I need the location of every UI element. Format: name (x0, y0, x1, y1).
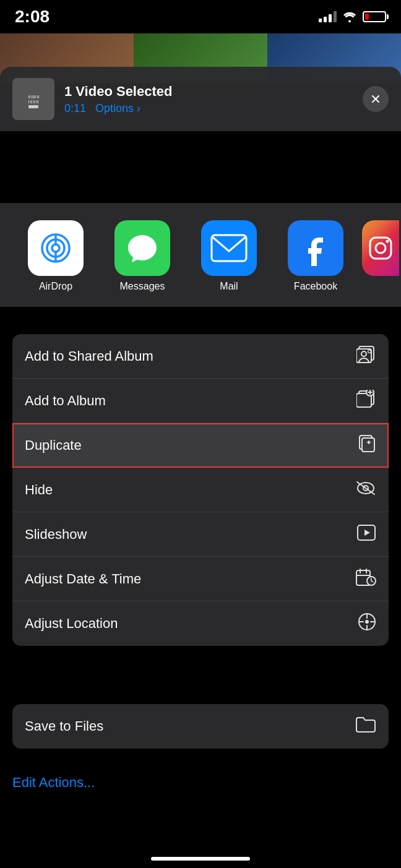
mail-label: Mail (220, 281, 238, 292)
menu-item-add-shared-album[interactable]: Add to Shared Album (12, 334, 389, 379)
facebook-app-icon (288, 220, 343, 276)
duplicate-label: Duplicate (25, 437, 82, 453)
status-time: 2:08 (15, 7, 50, 27)
airdrop-icon (38, 231, 73, 265)
status-bar: 2:08 (0, 0, 401, 33)
menu-item-slideshow[interactable]: Slideshow (12, 512, 389, 557)
wifi-icon (343, 12, 356, 22)
menu-item-adjust-location[interactable]: Adjust Location (12, 601, 389, 646)
mail-app-icon (201, 220, 257, 276)
adjust-date-time-label: Adjust Date & Time (25, 571, 141, 587)
edit-actions-label[interactable]: Edit Actions... (12, 775, 95, 790)
adjust-location-label: Adjust Location (25, 616, 118, 632)
home-indicator (151, 857, 250, 861)
airdrop-label: AirDrop (39, 281, 72, 292)
preview-subtitle: 0:11 Options › (64, 102, 353, 115)
facebook-icon (306, 230, 326, 266)
app-icon-messages[interactable]: Messages (99, 220, 186, 292)
menu-item-adjust-date-time[interactable]: Adjust Date & Time (12, 557, 389, 601)
signal-bars-icon (319, 11, 337, 22)
menu-item-hide[interactable]: Hide (12, 468, 389, 512)
preview-header: 1 Video Selected 0:11 Options › (0, 67, 401, 131)
facebook-label: Facebook (294, 281, 337, 292)
status-icons (319, 11, 386, 22)
svg-point-33 (365, 620, 369, 624)
folder-icon (355, 716, 376, 737)
menu-item-add-album[interactable]: Add to Album (12, 379, 389, 423)
slideshow-label: Slideshow (25, 526, 87, 543)
shared-album-icon (356, 345, 376, 367)
menu-group-1: Add to Shared Album Add to Album (12, 334, 389, 646)
close-button[interactable] (363, 86, 389, 112)
app-icon-facebook[interactable]: Facebook (272, 220, 359, 292)
messages-app-icon (114, 220, 170, 276)
edit-actions[interactable]: Edit Actions... (12, 765, 389, 801)
hide-label: Hide (25, 482, 53, 498)
instagram-app-icon (362, 220, 399, 276)
add-shared-album-label: Add to Shared Album (25, 348, 153, 364)
svg-point-4 (52, 244, 59, 252)
add-album-label: Add to Album (25, 393, 106, 409)
save-section: Save to Files (12, 704, 389, 749)
album-icon (356, 390, 376, 412)
slideshow-icon (356, 524, 376, 545)
battery-fill (365, 14, 369, 20)
save-to-files-item[interactable]: Save to Files (12, 704, 389, 749)
app-icon-airdrop[interactable]: AirDrop (12, 220, 99, 292)
svg-marker-24 (364, 530, 370, 536)
preview-duration: 0:11 (64, 102, 86, 114)
app-icons-section: AirDrop Messages Mail (0, 203, 401, 307)
app-icon-mail[interactable]: Mail (186, 220, 272, 292)
menu-section: Add to Shared Album Add to Album (12, 334, 389, 655)
calendar-clock-icon (355, 568, 376, 590)
location-icon (358, 612, 376, 635)
black-gap (0, 153, 401, 203)
messages-icon (124, 230, 160, 266)
instagram-icon (365, 233, 396, 264)
app-icon-instagram[interactable] (359, 220, 401, 292)
hide-icon (355, 480, 376, 500)
svg-rect-7 (212, 235, 246, 261)
options-link[interactable]: Options › (95, 102, 140, 114)
svg-rect-19 (362, 438, 374, 452)
battery-icon (363, 11, 386, 22)
airdrop-app-icon (28, 220, 84, 276)
menu-item-duplicate[interactable]: Duplicate (12, 423, 389, 468)
messages-label: Messages (120, 281, 165, 292)
preview-thumbnail (12, 78, 54, 120)
preview-info: 1 Video Selected 0:11 Options › (64, 84, 353, 115)
save-to-files-label: Save to Files (25, 718, 103, 734)
svg-point-9 (376, 243, 386, 253)
app-icons-row: AirDrop Messages Mail (0, 220, 401, 292)
mail-icon (210, 234, 248, 262)
svg-point-10 (386, 240, 389, 243)
preview-title: 1 Video Selected (64, 84, 353, 100)
duplicate-icon (356, 434, 376, 457)
